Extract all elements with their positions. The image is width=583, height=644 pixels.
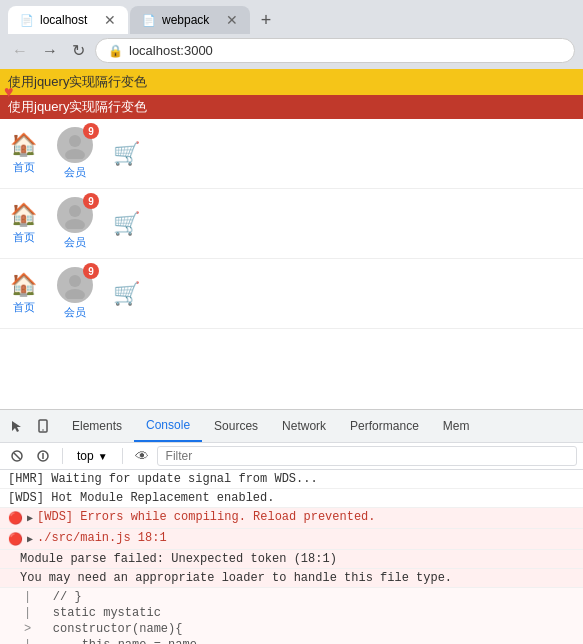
error-text-1: [WDS] Errors while compiling. Reload pre… — [37, 510, 575, 524]
tab-sources[interactable]: Sources — [202, 411, 270, 441]
address-input[interactable]: 🔒 localhost:3000 — [95, 38, 575, 63]
svg-point-1 — [65, 149, 85, 159]
wds-text: [WDS] Hot Module Replacement enabled. — [8, 491, 575, 505]
nav-row-1: 🏠 首页 9 会员 🛒 — [0, 119, 583, 189]
toolbar-divider-2 — [122, 448, 123, 464]
code-line-4: | this.name = name — [24, 637, 575, 644]
home-icon-1: 🏠 — [10, 132, 37, 158]
mobile-icon[interactable] — [32, 415, 54, 437]
expand-arrow-2[interactable]: ▶ — [27, 533, 33, 545]
console-line-hmr: [HMR] Waiting for update signal from WDS… — [0, 470, 583, 489]
page-content: 使用jquery实现隔行变色 使用jquery实现隔行变色 🏠 首页 9 会员 — [0, 69, 583, 409]
home-nav-1[interactable]: 🏠 首页 — [10, 132, 37, 175]
browser-chrome: 📄 localhost ✕ 📄 webpack ✕ + — [0, 0, 583, 34]
code-line-2: | static mystatic — [24, 605, 575, 621]
member-label-1: 会员 — [64, 165, 86, 180]
tab-performance[interactable]: Performance — [338, 411, 431, 441]
error-icon-2: 🔴 — [8, 532, 23, 547]
tab-icon-webpack: 📄 — [142, 14, 156, 27]
cart-nav-3[interactable]: 🛒 — [113, 281, 140, 307]
home-label-2: 首页 — [13, 230, 35, 245]
badge-3: 9 — [83, 263, 99, 279]
heart-icon: ♥ — [4, 83, 14, 101]
yellow-bar: 使用jquery实现隔行变色 — [0, 69, 583, 95]
tab-icon-localhost: 📄 — [20, 14, 34, 27]
reload-button[interactable]: ↻ — [68, 39, 89, 62]
red-bar-text: 使用jquery实现隔行变色 — [8, 99, 147, 114]
svg-point-4 — [69, 275, 81, 287]
devtools-header: Elements Console Sources Network Perform… — [0, 410, 583, 443]
tab-close-localhost[interactable]: ✕ — [104, 12, 116, 28]
clear-console-icon[interactable] — [6, 445, 28, 467]
cart-nav-1[interactable]: 🛒 — [113, 141, 140, 167]
tab-elements[interactable]: Elements — [60, 411, 134, 441]
nav-row-2: 🏠 首页 9 会员 🛒 — [0, 189, 583, 259]
console-line-detail2: You may need an appropriate loader to ha… — [0, 569, 583, 588]
svg-point-3 — [65, 219, 85, 229]
cart-icon-1: 🛒 — [113, 141, 140, 167]
nav-row-3: 🏠 首页 9 会员 🛒 — [0, 259, 583, 329]
home-icon-3: 🏠 — [10, 272, 37, 298]
yellow-bar-text: 使用jquery实现隔行变色 — [8, 74, 147, 89]
address-text: localhost:3000 — [129, 43, 213, 58]
context-text: top — [77, 449, 94, 463]
cart-nav-2[interactable]: 🛒 — [113, 211, 140, 237]
new-tab-button[interactable]: + — [252, 6, 280, 34]
code-block: | // } | static mystatic > constructor(n… — [0, 588, 583, 644]
filter-input[interactable] — [157, 446, 577, 466]
eye-icon[interactable]: 👁 — [131, 445, 153, 467]
detail-text-1: Module parse failed: Unexpected token (1… — [20, 552, 575, 566]
console-line-error2: 🔴 ▶ ./src/main.js 18:1 — [0, 529, 583, 550]
tab-console[interactable]: Console — [134, 410, 202, 442]
home-nav-3[interactable]: 🏠 首页 — [10, 272, 37, 315]
cart-icon-2: 🛒 — [113, 211, 140, 237]
member-nav-3[interactable]: 9 会员 — [57, 267, 93, 320]
forward-button[interactable]: → — [38, 40, 62, 62]
tab-localhost[interactable]: 📄 localhost ✕ — [8, 6, 128, 34]
tab-close-webpack[interactable]: ✕ — [226, 12, 238, 28]
console-line-error1: 🔴 ▶ [WDS] Errors while compiling. Reload… — [0, 508, 583, 529]
member-label-3: 会员 — [64, 305, 86, 320]
tab-webpack[interactable]: 📄 webpack ✕ — [130, 6, 250, 34]
home-label-3: 首页 — [13, 300, 35, 315]
tab-title-localhost: localhost — [40, 13, 98, 27]
tab-memory[interactable]: Mem — [431, 411, 482, 441]
devtools-toolbar: top ▼ 👁 — [0, 443, 583, 470]
home-icon-2: 🏠 — [10, 202, 37, 228]
expand-arrow-1[interactable]: ▶ — [27, 512, 33, 524]
hmr-text: [HMR] Waiting for update signal from WDS… — [8, 472, 575, 486]
pause-icon[interactable] — [32, 445, 54, 467]
toolbar-divider-1 — [62, 448, 63, 464]
home-label-1: 首页 — [13, 160, 35, 175]
context-selector[interactable]: top ▼ — [71, 447, 114, 465]
tabs-bar: 📄 localhost ✕ 📄 webpack ✕ + — [8, 6, 575, 34]
member-nav-2[interactable]: 9 会员 — [57, 197, 93, 250]
detail-text-2: You may need an appropriate loader to ha… — [20, 571, 575, 585]
tab-network[interactable]: Network — [270, 411, 338, 441]
cart-icon-3: 🛒 — [113, 281, 140, 307]
browser-window: 📄 localhost ✕ 📄 webpack ✕ + ← → ↻ 🔒 loca… — [0, 0, 583, 644]
svg-point-0 — [69, 135, 81, 147]
devtools-tabs: Elements Console Sources Network Perform… — [60, 410, 583, 442]
error-icon-1: 🔴 — [8, 511, 23, 526]
member-nav-1[interactable]: 9 会员 — [57, 127, 93, 180]
badge-1: 9 — [83, 123, 99, 139]
cursor-icon[interactable] — [6, 415, 28, 437]
badge-2: 9 — [83, 193, 99, 209]
devtools-icons — [0, 411, 60, 441]
address-bar: ← → ↻ 🔒 localhost:3000 — [0, 34, 583, 69]
tab-title-webpack: webpack — [162, 13, 220, 27]
console-line-detail1: Module parse failed: Unexpected token (1… — [0, 550, 583, 569]
svg-line-9 — [14, 453, 20, 459]
home-nav-2[interactable]: 🏠 首页 — [10, 202, 37, 245]
svg-point-2 — [69, 205, 81, 217]
back-button[interactable]: ← — [8, 40, 32, 62]
console-output: [HMR] Waiting for update signal from WDS… — [0, 470, 583, 644]
error-text-2: ./src/main.js 18:1 — [37, 531, 575, 545]
console-line-wds: [WDS] Hot Module Replacement enabled. — [0, 489, 583, 508]
svg-point-5 — [65, 289, 85, 299]
code-line-3: > constructor(name){ — [24, 621, 575, 637]
svg-point-7 — [42, 429, 44, 431]
code-line-1: | // } — [24, 589, 575, 605]
red-bar: 使用jquery实现隔行变色 — [0, 95, 583, 119]
